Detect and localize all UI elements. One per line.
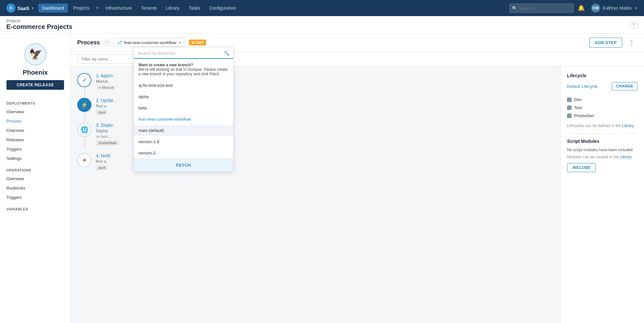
dropdown-search-row: 🔍 xyxy=(134,47,233,59)
process-title: Process xyxy=(77,39,100,46)
sidebar-section-operations: Operations xyxy=(0,163,71,174)
right-panel: Lifecycle Default Lifecycle CHANGE Dev T… xyxy=(560,67,644,323)
nav-item-library[interactable]: Library xyxy=(162,4,184,13)
sidebar-item-releases[interactable]: Releases xyxy=(0,135,71,144)
branch-dropdown-arrow: ▼ xyxy=(178,41,182,44)
brand-logo[interactable]: S SaaS ▼ xyxy=(4,2,37,14)
brand-icon: S xyxy=(6,4,15,13)
sidebar-item-channels[interactable]: Channels xyxy=(0,126,71,135)
dropdown-branch-item[interactable]: version-1-6 xyxy=(134,136,233,147)
sidebar: 🦅 Phoenix CREATE RELEASE Deployments Ove… xyxy=(0,33,71,323)
stage-test: Test xyxy=(567,104,638,112)
help-icon[interactable]: ? xyxy=(630,21,638,29)
notifications-bell[interactable]: 🔔 xyxy=(575,3,587,14)
eap-badge: 🏷 EAP xyxy=(189,40,206,45)
nav-item-dashboard[interactable]: Dashboard xyxy=(38,4,68,13)
lifecycle-row: Default Lifecycle CHANGE xyxy=(567,82,638,90)
sidebar-item-runbooks[interactable]: Runbooks xyxy=(0,183,71,193)
sidebar-logo-area: 🦅 Phoenix CREATE RELEASE xyxy=(0,40,71,96)
eap-icon: 🏷 xyxy=(192,41,195,44)
more-options-button[interactable]: ⋮ xyxy=(626,37,638,48)
dropdown-branch-item-main[interactable]: main (default) xyxy=(134,125,233,136)
dropdown-branch-item[interactable]: aj-fix-limit-e2e-test xyxy=(134,80,233,91)
nav-item-infrastructure[interactable]: Infrastructure xyxy=(102,4,136,13)
sidebar-item-overview-operations[interactable]: Overview xyxy=(0,174,71,183)
project-name: Phoenix xyxy=(23,69,48,76)
step-2-icon: ⚡ xyxy=(77,98,91,112)
step-4-tag: pool xyxy=(96,165,108,170)
modules-library-link[interactable]: Library xyxy=(620,155,632,159)
sidebar-item-process[interactable]: Process xyxy=(0,116,71,126)
dropdown-info-line1: Want to create a new branch? xyxy=(138,63,193,67)
sidebar-item-triggers-deployments[interactable]: Triggers xyxy=(0,144,71,154)
search-wrap: 🔍 xyxy=(509,4,574,13)
step-3-icon: 🌐 xyxy=(77,123,91,137)
search-input[interactable] xyxy=(509,4,574,13)
dropdown-info-line2: We're still working on that in Octopus. … xyxy=(138,67,229,76)
modules-note: Modules can be created in the Library xyxy=(567,155,638,159)
nav-projects-dropdown[interactable]: ▼ xyxy=(95,5,100,11)
stage-dev-label: Dev xyxy=(574,97,582,102)
brand-dropdown-arrow: ▼ xyxy=(31,6,34,10)
nav-item-tasks[interactable]: Tasks xyxy=(185,4,204,13)
brand-name: SaaS xyxy=(17,5,29,11)
stage-dev-dot xyxy=(567,97,572,102)
user-avatar: KM xyxy=(591,4,600,13)
dropdown-search-icon: 🔍 xyxy=(224,51,229,56)
stage-production-label: Production xyxy=(574,113,594,118)
step-1-tag: ≡ Manual xyxy=(96,85,116,90)
sidebar-section-variables: Variables xyxy=(0,202,71,213)
lifecycle-name[interactable]: Default Lifecycle xyxy=(567,84,598,89)
dropdown-search-input[interactable] xyxy=(138,51,224,56)
sidebar-item-triggers-operations[interactable]: Triggers xyxy=(0,193,71,202)
lifecycle-library-link[interactable]: Library xyxy=(622,124,634,128)
stage-production: Production xyxy=(567,112,638,120)
nav-item-configuration[interactable]: Configuration xyxy=(205,4,240,13)
step-1-icon: ✓ xyxy=(77,73,91,87)
eap-label: EAP xyxy=(196,41,204,44)
branch-icon: ⎇ xyxy=(117,40,122,45)
dropdown-items: aj-fix-limit-e2e-test alpha beta feat-ne… xyxy=(134,80,233,159)
lifecycle-note: Lifecycles can be defined in the Library xyxy=(567,124,638,128)
process-help-icon[interactable]: ? xyxy=(104,40,109,45)
filter-input[interactable] xyxy=(77,54,142,64)
branch-name: feat-new-customer-workflow xyxy=(124,40,176,45)
user-menu[interactable]: KM Kathryn Marks ▼ xyxy=(589,2,640,14)
stage-test-dot xyxy=(567,106,572,110)
step-3-tag: DockerHub xyxy=(96,140,119,145)
sidebar-section-deployments: Deployments xyxy=(0,96,71,107)
user-name: Kathryn Marks xyxy=(603,5,632,11)
fetch-button[interactable]: FETCH xyxy=(134,159,233,171)
page-title: E-commerce Projects xyxy=(6,23,72,31)
main-layout: 🦅 Phoenix CREATE RELEASE Deployments Ove… xyxy=(0,33,644,323)
no-modules-text: No script modules have been included xyxy=(567,148,638,152)
dropdown-info: Want to create a new branch? We're still… xyxy=(134,59,233,80)
step-2-tag: pool xyxy=(96,110,108,115)
project-logo: 🦅 xyxy=(24,43,47,66)
change-lifecycle-button[interactable]: CHANGE xyxy=(612,82,638,90)
lifecycle-stages: Dev Test Production xyxy=(567,96,638,120)
add-step-button[interactable]: ADD STEP xyxy=(589,38,622,48)
stage-dev: Dev xyxy=(567,96,638,104)
step-4-icon: ✦ xyxy=(77,153,91,167)
lifecycle-title: Lifecycle xyxy=(567,73,638,78)
dropdown-branch-item[interactable]: version-2 xyxy=(134,147,233,159)
sidebar-item-overview-deployments[interactable]: Overview xyxy=(0,107,71,116)
dropdown-branch-item[interactable]: alpha xyxy=(134,91,233,102)
dropdown-branch-item-active[interactable]: feat-new-customer-workflow xyxy=(134,114,233,125)
sidebar-item-settings[interactable]: Settings xyxy=(0,154,71,163)
stage-production-dot xyxy=(567,114,572,118)
stage-test-label: Test xyxy=(574,105,582,110)
create-release-button[interactable]: CREATE RELEASE xyxy=(6,80,64,90)
include-button[interactable]: INCLUDE xyxy=(567,163,596,172)
step-1-tag-icon: ≡ xyxy=(99,86,100,89)
nav-item-projects[interactable]: Projects xyxy=(69,4,93,13)
breadcrumb: Projects xyxy=(6,19,72,23)
dropdown-branch-item[interactable]: beta xyxy=(134,102,233,114)
nav-item-tenants[interactable]: Tenants xyxy=(137,4,161,13)
branch-dropdown: 🔍 Want to create a new branch? We're sti… xyxy=(134,47,233,172)
branch-selector[interactable]: ⎇ feat-new-customer-workflow ▼ xyxy=(113,38,185,47)
user-dropdown-arrow: ▼ xyxy=(634,6,638,10)
step-1-tag-label: Manual xyxy=(102,86,113,89)
panel-divider xyxy=(567,133,638,134)
